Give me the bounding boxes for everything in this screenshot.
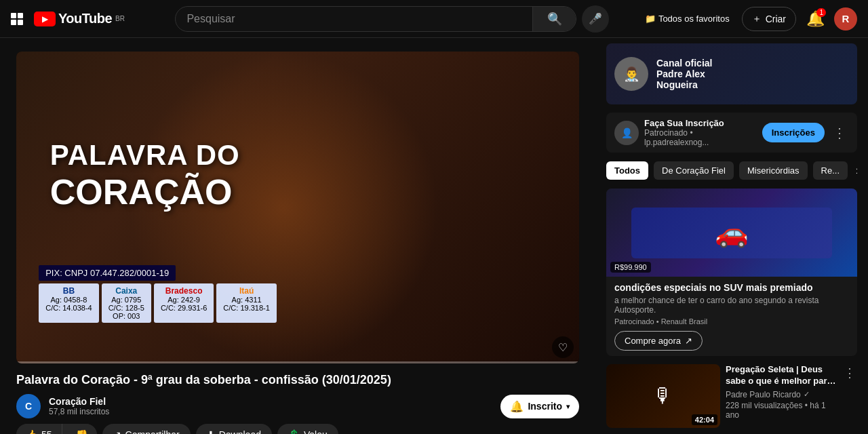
car-icon: 🚗 [715,217,749,249]
ad-info: condições especiais no SUV mais premiado… [606,277,857,356]
download-button[interactable]: ⬇ Download [196,424,272,434]
channel-banner-ad[interactable]: 👨‍⚕️ Canal oficialPadre AlexNogueira [606,43,857,104]
notification-badge: 1 [816,8,826,17]
bank-bb: BB Ag: 0458-8 C/C: 14.038-4 [39,283,98,323]
bank-bb-ag: Ag: 0458-8 [45,296,92,304]
inscricoes-button[interactable]: Inscrições [762,123,825,142]
bank-bb-name: BB [45,286,92,296]
share-label: Compartilhar [125,429,180,434]
video-list-item[interactable]: 🎙 42:04 Pregação Seleta | Deus sabe o qu… [606,364,857,428]
content-area: PALAVRA DO CORAÇÃO PIX: CNPJ 07.447.282/… [0,38,595,434]
video-wrapper: PALAVRA DO CORAÇÃO PIX: CNPJ 07.447.282/… [16,52,579,434]
bank-bradesco-ag: Ag: 242-9 [161,296,207,304]
tab-coracao-fiel[interactable]: De Coração Fiel [654,161,734,180]
channel-banner-inner: 👨‍⚕️ Canal oficialPadre AlexNogueira [606,52,857,96]
tab-misericordias[interactable]: Misericórdias [739,161,808,180]
channel-row: C Coração Fiel 57,8 mil inscritos 🔔 Insc… [16,394,579,418]
video-more-button-0[interactable]: ⋮ [842,364,857,382]
youtube-logo[interactable]: YouTubeBR [34,11,125,26]
youtube-logo-br: BR [115,15,125,22]
filter-chevron-right[interactable]: › [853,161,857,180]
bank-bradesco-cc: C/C: 29.931-6 [161,304,207,312]
video-player[interactable]: PALAVRA DO CORAÇÃO PIX: CNPJ 07.447.282/… [16,52,579,363]
bank-bradesco: Bradesco Ag: 242-9 C/C: 29.931-6 [154,283,214,323]
compre-label: Compre agora [625,336,681,346]
tab-re[interactable]: Re... [813,161,848,180]
video-info-0: Pregação Seleta | Deus sabe o que é melh… [726,364,837,428]
download-icon: ⬇ [207,429,215,434]
promo-subscribe-row: 👤 Faça Sua Inscrição Patrocinado • lp.pa… [606,113,857,153]
share-icon: ↗ [113,429,121,434]
promo-name: Faça Sua Inscrição [644,118,757,128]
bank-caixa: Caixa Ag: 0795 C/C: 128-5 OP: 003 [102,283,151,323]
bank-caixa-cc: C/C: 128-5 [108,304,144,312]
video-thumbnail: PALAVRA DO CORAÇÃO PIX: CNPJ 07.447.282/… [16,52,579,363]
create-button[interactable]: ＋ Criar [742,7,796,31]
avatar[interactable]: R [834,7,857,31]
promo-avatar: 👤 [614,121,639,145]
mic-button[interactable]: 🎤 [582,5,609,33]
bell-icon: 🔔 [510,400,524,413]
bank-itau-name: Itaú [223,286,269,296]
promo-more-button[interactable]: ⋮ [830,122,849,144]
bank-row: BB Ag: 0458-8 C/C: 14.038-4 Caixa Ag: 07… [39,283,557,323]
compre-button[interactable]: Compre agora ↗ [614,331,703,351]
valeu-button[interactable]: 💲 Valeu [277,424,338,434]
share-button[interactable]: ↗ Compartilhar [102,424,191,434]
bank-caixa-ag: Ag: 0795 [108,296,144,304]
create-label: Criar [766,14,786,24]
channel-info: Coração Fiel 57,8 mil inscritos [49,396,492,416]
todos-button[interactable]: 📁 Todos os favoritos [638,9,736,28]
filter-tabs: Todos De Coração Fiel Misericórdias Re..… [606,161,857,180]
video-info: Palavra do Coração - 9ª grau da soberba … [16,363,579,434]
channel-banner-avatar: 👨‍⚕️ [614,57,648,91]
channel-subs: 57,8 mil inscritos [49,407,492,416]
like-dislike-container: 👍 55 👎 [16,424,97,434]
bookmark-icon: 📁 [645,14,656,24]
action-row: 👍 55 👎 ↗ Compartilhar ⬇ Download [16,424,579,434]
bank-bb-cc: C/C: 14.038-4 [45,304,92,312]
video-text-overlay: PALAVRA DO CORAÇÃO [50,139,240,212]
promo-text: Faça Sua Inscrição Patrocinado • lp.padr… [644,118,757,147]
thumbs-up-icon: 👍 [26,429,37,434]
notification-button[interactable]: 🔔 1 [802,5,829,33]
search-input[interactable] [176,7,532,31]
sidebar: 👨‍⚕️ Canal oficialPadre AlexNogueira 👤 F… [595,38,868,434]
external-link-icon: ↗ [685,336,692,346]
subscribe-label: Inscrito [528,401,562,412]
channel-name[interactable]: Coração Fiel [49,396,492,407]
like-button[interactable]: 👍 55 [16,424,62,434]
bank-itau-ag: Ag: 4311 [223,296,269,304]
download-label: Download [219,429,261,434]
heart-button[interactable]: ♡ [552,336,574,358]
todos-label: Todos os favoritos [658,14,730,24]
video-overlay-line1: PALAVRA DO [50,139,240,172]
promo-sub: Patrocinado • lp.padrealexnog... [644,128,757,147]
dislike-button[interactable]: 👎 [66,424,97,434]
thumbs-down-icon: 👎 [76,429,87,434]
bank-caixa-op: OP: 003 [108,312,144,320]
pix-cnpj: PIX: CNPJ 07.447.282/0001-19 [39,265,176,281]
video-duration: 42:04 [692,414,717,425]
valeu-label: Valeu [304,429,328,434]
search-bar: 🔍 [175,6,576,32]
tab-todos[interactable]: Todos [606,161,648,180]
ad-title: condições especiais no SUV mais premiado [614,282,849,293]
subscribe-button[interactable]: 🔔 Inscrito ▾ [500,395,579,418]
apps-icon[interactable] [11,13,23,25]
channel-banner-text: Canal oficialPadre AlexNogueira [656,58,849,90]
dollar-icon: 💲 [288,429,300,434]
video-list: 🎙 42:04 Pregação Seleta | Deus sabe o qu… [606,364,857,434]
ad-sponsored: Patrocinado • Renault Brasil [614,317,849,326]
search-button[interactable]: 🔍 [532,7,576,31]
topbar: YouTubeBR 🔍 🎤 📁 Todos os favoritos ＋ Cri… [0,0,868,38]
channel-avatar[interactable]: C [16,394,41,418]
bank-itau: Itaú Ag: 4311 C/C: 19.318-1 [216,283,276,323]
video-title: Palavra do Coração - 9ª grau da soberba … [16,372,579,389]
video-overlay-line2: CORAÇÃO [50,172,240,212]
search-area: 🔍 🎤 [175,5,609,33]
topbar-left: YouTubeBR [11,11,146,26]
like-count: 55 [41,429,52,434]
topbar-right: 📁 Todos os favoritos ＋ Criar 🔔 1 R [638,5,857,33]
channel-banner-name: Canal oficialPadre AlexNogueira [656,58,849,90]
